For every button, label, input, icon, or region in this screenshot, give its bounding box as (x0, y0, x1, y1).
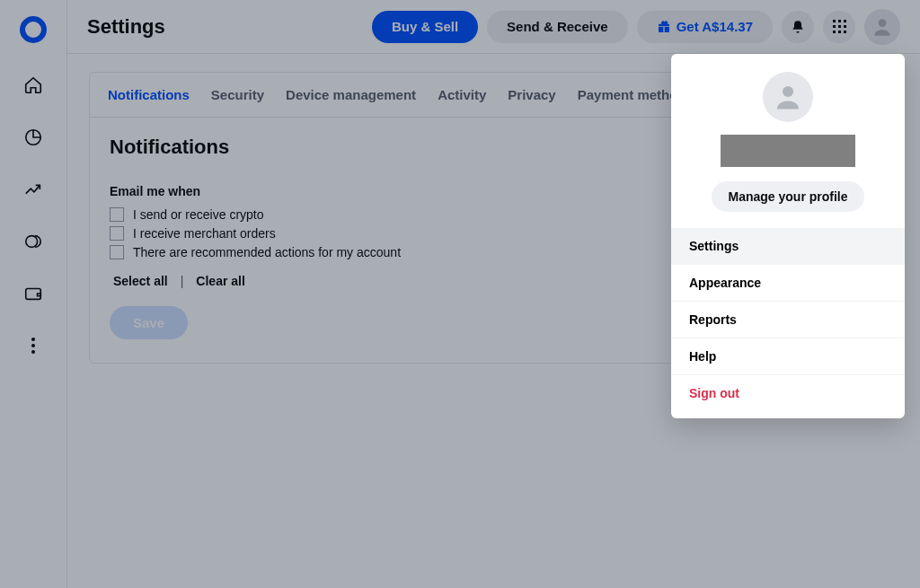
home-icon[interactable] (23, 75, 43, 95)
avatar-icon (772, 81, 804, 113)
apps-button[interactable] (823, 11, 855, 43)
buy-sell-button[interactable]: Buy & Sell (372, 11, 478, 43)
menu-item-settings[interactable]: Settings (671, 228, 905, 265)
coin-icon[interactable] (23, 232, 43, 251)
promo-label: Get A$14.37 (677, 19, 753, 34)
tab-privacy[interactable]: Privacy (508, 87, 555, 117)
checkbox[interactable] (110, 226, 124, 241)
menu-item-appearance[interactable]: Appearance (671, 265, 905, 302)
menu-item-help[interactable]: Help (671, 338, 905, 375)
checkbox[interactable] (110, 245, 124, 259)
profile-menu: Manage your profile Settings Appearance … (671, 54, 905, 418)
separator: | (181, 274, 184, 288)
svg-point-4 (783, 86, 793, 97)
svg-point-1 (26, 236, 38, 248)
option-label: I send or receive crypto (133, 207, 264, 222)
clear-all-link[interactable]: Clear all (196, 274, 244, 288)
tab-device-management[interactable]: Device management (286, 87, 416, 117)
profile-email-redacted (721, 135, 855, 167)
bell-icon (791, 20, 805, 34)
profile-avatar-button[interactable] (864, 9, 900, 45)
manage-profile-button[interactable]: Manage your profile (712, 181, 863, 212)
promo-button[interactable]: Get A$14.37 (637, 11, 773, 43)
checkbox[interactable] (110, 207, 124, 222)
select-all-link[interactable]: Select all (113, 274, 168, 288)
tab-notifications[interactable]: Notifications (108, 87, 190, 117)
svg-point-3 (879, 19, 887, 27)
menu-item-reports[interactable]: Reports (671, 302, 905, 338)
profile-menu-avatar (763, 72, 813, 122)
avatar-icon (871, 15, 894, 39)
brand-logo[interactable] (20, 16, 47, 43)
page-title: Settings (87, 15, 165, 39)
grid-icon (833, 20, 846, 33)
option-label: I receive merchant orders (133, 226, 276, 241)
tab-security[interactable]: Security (211, 87, 264, 117)
send-receive-button[interactable]: Send & Receive (487, 11, 628, 43)
option-label: There are recommended actions for my acc… (133, 245, 401, 259)
menu-item-sign-out[interactable]: Sign out (671, 375, 905, 411)
gift-icon (657, 20, 671, 34)
trend-icon[interactable] (23, 180, 43, 199)
tab-activity[interactable]: Activity (438, 87, 486, 117)
save-button[interactable]: Save (110, 306, 188, 339)
more-icon[interactable] (23, 336, 43, 355)
notifications-button[interactable] (782, 11, 814, 43)
wallet-icon[interactable] (23, 284, 43, 303)
sidebar (0, 0, 67, 588)
topbar: Settings Buy & Sell Send & Receive Get A… (67, 0, 920, 54)
pie-icon[interactable] (23, 127, 43, 147)
